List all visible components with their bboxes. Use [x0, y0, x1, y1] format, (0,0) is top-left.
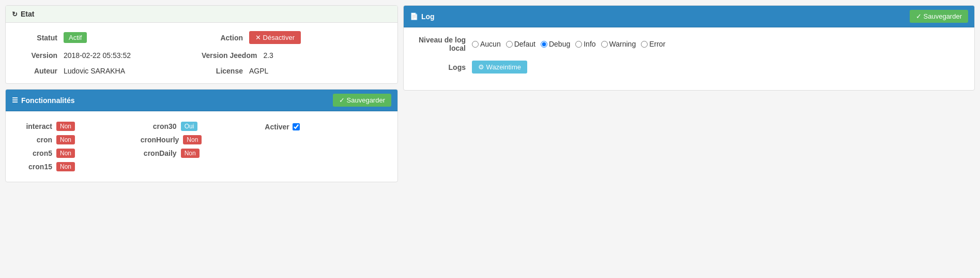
log-header: 📄 Log ✓ Sauvegarder [404, 6, 974, 27]
etat-version-row: Version 2018-02-22 05:53:52 [16, 51, 202, 60]
log-body: Niveau de loglocal Aucun Defaut Debug [404, 27, 974, 90]
radio-aucun-label: Aucun [480, 40, 501, 48]
log-title: Log [421, 12, 435, 21]
wazeintime-button[interactable]: ⚙ Wazeintime [472, 61, 527, 74]
radio-aucun[interactable]: Aucun [472, 40, 501, 48]
radio-debug[interactable]: Debug [541, 40, 570, 48]
cronhourly-label: cronHourly [141, 136, 179, 144]
logs-label: Logs [414, 63, 466, 71]
fonc-col3: Activer [265, 120, 387, 173]
crondaily-label: cronDaily [141, 149, 177, 157]
cron15-value: Non [56, 162, 75, 171]
radio-error[interactable]: Error [641, 40, 665, 48]
fonc-save-button[interactable]: ✓ Sauvegarder [333, 94, 391, 107]
log-niveau-label: Niveau de loglocal [414, 36, 466, 52]
auteur-label: Auteur [16, 67, 57, 75]
log-title-group: 📄 Log [410, 12, 435, 21]
fonc-col2: cron30 Oui cronHourly Non cronDaily Non [141, 120, 263, 173]
log-icon: 📄 [410, 12, 418, 20]
cron15-row: cron15 Non [16, 160, 139, 173]
etat-versionjeedom-row: Version Jeedom 2.3 [202, 51, 387, 60]
radio-warning[interactable]: Warning [601, 40, 636, 48]
radio-defaut-label: Defaut [514, 40, 535, 48]
log-col: 📄 Log ✓ Sauvegarder Niveau de loglocal A… [403, 5, 975, 182]
etat-panel: ↻ Etat Statut Actif Action ✕ Désactiver [5, 5, 398, 84]
version-label: Version [16, 51, 57, 60]
etat-icon: ↻ [12, 10, 18, 18]
activer-group: Activer [265, 123, 299, 131]
version-jeedom-value: 2.3 [263, 51, 273, 60]
auteur-value: Ludovic SARAKHA [64, 67, 125, 75]
log-panel: 📄 Log ✓ Sauvegarder Niveau de loglocal A… [403, 5, 975, 91]
etat-statut-row: Statut Actif [16, 31, 202, 44]
desactiver-button[interactable]: ✕ Désactiver [249, 31, 301, 44]
activer-label: Activer [265, 123, 289, 131]
radio-info[interactable]: Info [575, 40, 595, 48]
etat-license-row: License AGPL [202, 67, 387, 75]
cron5-label: cron5 [16, 149, 52, 157]
version-value: 2018-02-22 05:53:52 [64, 51, 131, 60]
cron5-row: cron5 Non [16, 147, 139, 160]
interact-label: interact [16, 122, 52, 130]
fonc-body: interact Non cron Non cron5 Non cron15 [6, 111, 397, 182]
log-niveau-row: Niveau de loglocal Aucun Defaut Debug [414, 36, 964, 52]
activer-checkbox[interactable] [293, 123, 300, 130]
fonc-header: ☰ Fonctionnalités ✓ Sauvegarder [6, 90, 397, 111]
log-radio-group: Aucun Defaut Debug Info [472, 40, 665, 48]
etat-action-row: Action ✕ Désactiver [202, 31, 387, 44]
fonctionnalites-panel: ☰ Fonctionnalités ✓ Sauvegarder interact… [5, 89, 398, 182]
cron30-label: cron30 [141, 122, 177, 130]
etat-auteur-row: Auteur Ludovic SARAKHA [16, 67, 202, 75]
log-logs-row: Logs ⚙ Wazeintime [414, 61, 964, 74]
fonc-icon: ☰ [12, 96, 18, 104]
cron-row: cron Non [16, 133, 139, 147]
statut-label: Statut [16, 34, 57, 42]
cron30-value: Oui [181, 122, 198, 131]
cronhourly-row: cronHourly Non [141, 133, 263, 147]
fonc-col1: interact Non cron Non cron5 Non cron15 [16, 120, 139, 173]
cron5-value: Non [56, 149, 75, 158]
radio-warning-label: Warning [609, 40, 636, 48]
fonc-content-grid: interact Non cron Non cron5 Non cron15 [16, 120, 387, 173]
crondaily-value: Non [181, 149, 200, 158]
interact-value: Non [56, 122, 75, 131]
statut-badge: Actif [64, 32, 87, 43]
radio-debug-label: Debug [549, 40, 570, 48]
action-label: Action [202, 34, 243, 42]
interact-row: interact Non [16, 120, 139, 133]
crondaily-row: cronDaily Non [141, 147, 263, 160]
version-jeedom-label: Version Jeedom [202, 51, 257, 60]
radio-defaut[interactable]: Defaut [506, 40, 535, 48]
radio-error-label: Error [649, 40, 665, 48]
etat-header: ↻ Etat [6, 6, 397, 23]
cron-value: Non [56, 135, 75, 144]
license-label: License [202, 67, 243, 75]
radio-info-label: Info [584, 40, 595, 48]
log-save-button[interactable]: ✓ Sauvegarder [910, 10, 968, 23]
cron-label: cron [16, 136, 52, 144]
etat-body: Statut Actif Action ✕ Désactiver Version… [6, 23, 397, 83]
etat-title-group: ↻ Etat [12, 10, 34, 18]
etat-title: Etat [21, 10, 34, 18]
cron30-row: cron30 Oui [141, 120, 263, 133]
cronhourly-value: Non [183, 135, 202, 144]
license-value: AGPL [249, 67, 268, 75]
fonc-title-group: ☰ Fonctionnalités [12, 96, 74, 105]
fonc-title: Fonctionnalités [21, 96, 74, 105]
cron15-label: cron15 [16, 163, 52, 171]
etat-grid: Statut Actif Action ✕ Désactiver Version… [16, 31, 387, 75]
